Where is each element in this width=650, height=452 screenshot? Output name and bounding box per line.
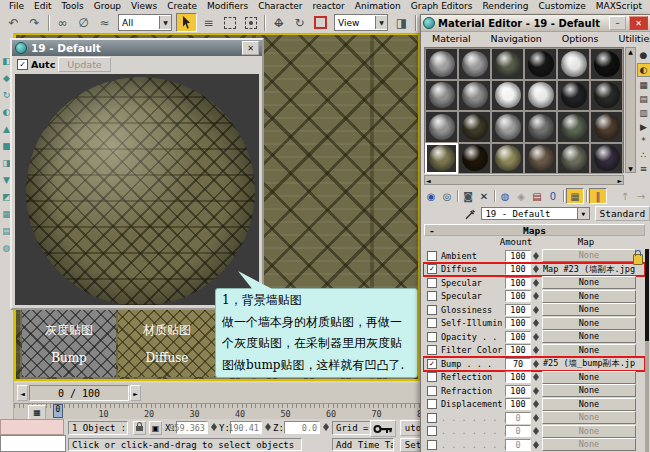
material-slot-13[interactable] [425, 111, 458, 143]
selection-lock-icon[interactable] [133, 421, 146, 435]
sample-type-icon[interactable]: ● [638, 49, 650, 61]
make-material-copy-icon[interactable]: ◍ [497, 189, 513, 203]
map-button[interactable]: None [542, 425, 636, 438]
map-button[interactable]: None [542, 317, 636, 330]
x-coordinate-field[interactable]: -959.363 [176, 421, 208, 434]
material-slot-2[interactable] [458, 48, 491, 80]
map-amount-field[interactable]: 100 [505, 263, 531, 275]
tab-shapes-icon[interactable]: ◆ [3, 74, 10, 83]
y-spinner-icon[interactable] [264, 422, 271, 432]
map-enable-checkbox[interactable] [427, 332, 437, 342]
rect-selection-region-icon[interactable] [220, 14, 239, 31]
select-by-material-icon[interactable]: ∴ [638, 149, 650, 161]
material-slot-1[interactable] [425, 48, 458, 80]
show-map-in-viewport-icon[interactable]: ▦ [566, 188, 584, 204]
menu-group[interactable]: Group [89, 1, 126, 11]
y-coordinate-field[interactable]: 190.41 [230, 421, 262, 434]
scrollbar-thumb[interactable] [645, 249, 649, 341]
menu-reactor[interactable]: reactor [308, 1, 350, 11]
make-unique-icon[interactable]: ◈ [513, 189, 529, 203]
spinner-icon[interactable] [532, 305, 539, 315]
menu-maxscript[interactable]: MAXScript [591, 1, 647, 11]
material-slot-9[interactable] [491, 80, 524, 112]
sample-slots-hscrollbar[interactable]: ◄ ► [424, 175, 624, 185]
window-crossing-icon[interactable] [241, 14, 260, 31]
map-button[interactable]: None [542, 276, 636, 289]
map-amount-field[interactable]: 0 [505, 425, 531, 437]
time-slider-value[interactable]: 0 / 100 [29, 385, 129, 401]
get-material-icon[interactable]: ◉ [423, 189, 439, 203]
chevron-down-icon[interactable]: ▼ [375, 16, 387, 29]
material-slot-23[interactable] [557, 143, 590, 175]
scroll-down-icon[interactable]: ▼ [628, 165, 633, 172]
material-slot-7[interactable] [425, 80, 458, 112]
preview-window-titlebar[interactable]: 19 - Default ✕ [12, 40, 262, 56]
spinner-icon[interactable] [532, 345, 539, 355]
select-and-scale-icon[interactable] [311, 14, 330, 31]
map-amount-field[interactable]: 100 [505, 331, 531, 343]
bind-to-space-warp-icon[interactable]: ≈ [95, 14, 114, 31]
reset-map-icon[interactable]: ✕ [476, 189, 492, 203]
auto-update-checkbox[interactable]: ✓ [17, 59, 28, 70]
rollout-scrollbar[interactable] [645, 249, 649, 452]
scroll-left-icon[interactable]: ◄ [426, 177, 431, 184]
map-amount-field[interactable]: 0 [505, 412, 531, 424]
time-marker[interactable]: 0 [53, 404, 63, 418]
material-map-navigator-icon[interactable]: ≡ [638, 163, 650, 175]
map-button[interactable]: None [542, 371, 636, 384]
add-time-tag[interactable]: Add Time Tag [332, 438, 394, 451]
tab-cameras-icon[interactable]: ▲ [3, 125, 10, 134]
map-enable-checkbox[interactable]: ✓ [427, 264, 437, 274]
spinner-icon[interactable] [532, 372, 539, 382]
map-button[interactable]: None [542, 411, 636, 424]
spinner-icon[interactable] [532, 413, 539, 423]
select-and-link-icon[interactable]: ∞ [53, 14, 72, 31]
spinner-icon[interactable] [532, 318, 539, 328]
backlight-icon[interactable]: ◐ [637, 63, 650, 77]
material-slot-5[interactable] [557, 48, 590, 80]
map-enable-checkbox[interactable] [427, 413, 437, 423]
material-slot-10[interactable] [524, 80, 557, 112]
undo-icon[interactable]: ↶ [4, 14, 23, 31]
track-bar[interactable]: ▦ 0 1020304050607080 [14, 403, 420, 419]
minimize-icon[interactable]: – [609, 16, 626, 30]
put-material-to-scene-icon[interactable]: ◎ [439, 189, 455, 203]
menu-animation[interactable]: Animation [350, 1, 406, 11]
spinner-icon[interactable] [532, 251, 539, 261]
go-to-parent-icon[interactable]: ↑ [617, 189, 633, 203]
select-by-name-icon[interactable]: ≡ [199, 14, 218, 31]
select-and-move-icon[interactable] [269, 14, 288, 31]
material-slot-17[interactable] [557, 111, 590, 143]
maps-rollout-header[interactable]: - Maps [424, 224, 645, 236]
map-amount-field[interactable]: 100 [505, 398, 531, 410]
go-forward-to-sibling-icon[interactable]: → [633, 189, 649, 203]
material-slot-22[interactable] [524, 143, 557, 175]
map-amount-field[interactable]: 100 [505, 304, 531, 316]
map-button[interactable]: None [542, 249, 636, 262]
menu-graph-editors[interactable]: Graph Editors [406, 1, 478, 11]
select-object-icon[interactable] [176, 13, 197, 32]
chevron-down-icon[interactable]: ▼ [159, 16, 171, 29]
x-spinner-icon[interactable] [210, 422, 217, 432]
menu-material[interactable]: Material [427, 33, 476, 44]
menu-views[interactable]: Views [126, 1, 162, 11]
menu-edit[interactable]: Edit [29, 1, 56, 11]
tab-space-warps-icon[interactable]: ▼ [3, 176, 10, 185]
map-amount-field[interactable]: 100 [505, 277, 531, 289]
map-button[interactable]: None [542, 290, 636, 303]
material-name-dropdown[interactable]: 19 - Default ▼ [481, 207, 589, 220]
assign-material-to-selection-icon[interactable]: ◙ [460, 189, 476, 203]
maxscript-mini-listener-pink[interactable] [0, 419, 64, 435]
map-button[interactable]: None [542, 344, 636, 357]
menu-rendering[interactable]: Rendering [478, 1, 534, 11]
map-enable-checkbox[interactable] [427, 440, 437, 450]
menu-character[interactable]: Character [253, 1, 307, 11]
spinner-icon[interactable] [532, 359, 539, 369]
map-amount-field[interactable]: 100 [505, 290, 531, 302]
map-button[interactable]: #25 (墙_bump副本.jpg) [542, 357, 636, 370]
put-to-library-icon[interactable]: ▤ [529, 189, 545, 203]
map-button[interactable]: Map #23 (墙副本.jpg) [542, 263, 636, 276]
ambient-diffuse-lock-icon[interactable] [633, 254, 643, 265]
map-amount-field[interactable]: 100 [505, 344, 531, 356]
material-slot-3[interactable] [491, 48, 524, 80]
